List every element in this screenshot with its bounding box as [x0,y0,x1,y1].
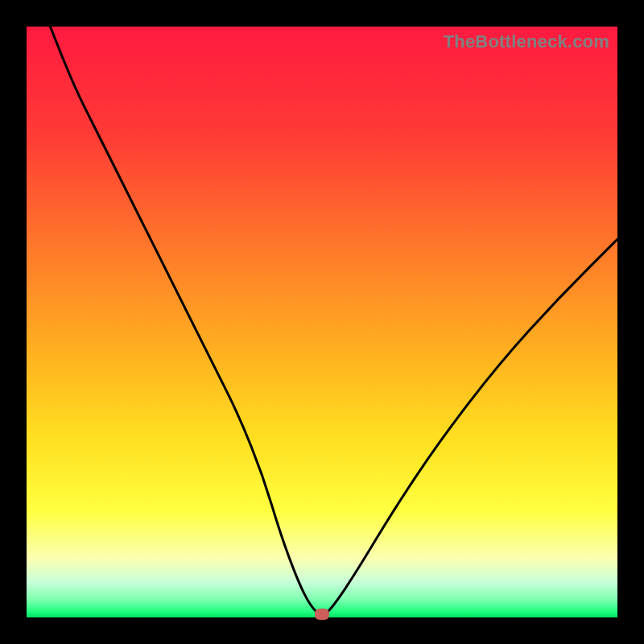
curve-path [50,27,617,614]
min-marker [315,609,329,620]
bottleneck-curve [27,27,617,617]
chart-frame: TheBottleneck.com [0,0,644,644]
plot-area: TheBottleneck.com [27,27,617,617]
